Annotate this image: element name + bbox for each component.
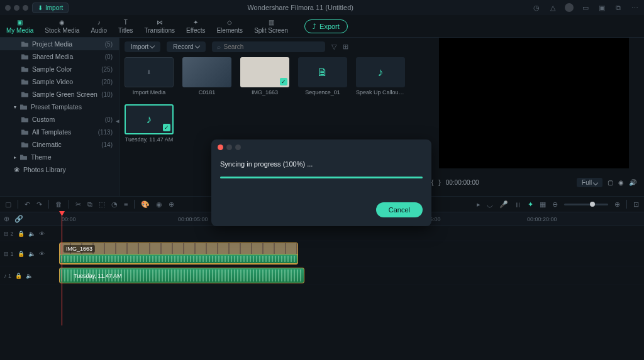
sidebar-item[interactable]: All Templates(113) (0, 126, 119, 138)
search-input[interactable] (224, 43, 320, 50)
sidebar-label: Project Media (32, 40, 72, 48)
sidebar-item[interactable]: Cinematic(14) (0, 138, 119, 151)
camera-icon: ◉ (57, 18, 67, 26)
sidebar-item[interactable]: ▸ Theme (0, 151, 119, 163)
screenshot-icon[interactable]: ▣ (597, 3, 606, 12)
monitor-icon[interactable]: ▢ (608, 179, 613, 186)
main-tabbar: ▣My Media ◉Stock Media ♪Audio TTitles ⋈T… (0, 15, 644, 38)
clip-label: Tuesday, 11.47 AM (74, 273, 122, 279)
audio-clip[interactable]: Tuesday, 11.47 AM (59, 268, 304, 283)
speed-icon[interactable]: ◔ (111, 200, 118, 209)
media-thumb[interactable]: ♪Speak Up Callout_01 (356, 57, 405, 95)
sidebar-item[interactable]: Sample Video(20) (0, 75, 119, 88)
mic-icon[interactable]: 🎤 (499, 200, 508, 209)
audio-icon: ♪ (94, 18, 104, 26)
link-icon[interactable]: 🔗 (14, 215, 23, 223)
preview-monitor[interactable] (439, 38, 629, 168)
save-icon[interactable]: ▭ (581, 3, 590, 12)
mark-in-icon[interactable]: ◡ (487, 200, 493, 209)
check-icon: ✓ (163, 124, 170, 131)
snapshot-icon[interactable]: ◉ (618, 179, 624, 186)
mute-icon[interactable]: 🔈 (26, 273, 33, 279)
chevron-right-icon: ▸ (14, 155, 16, 160)
playhead[interactable] (62, 212, 62, 325)
tab-audio[interactable]: ♪Audio (91, 18, 107, 34)
more-icon[interactable]: ⊕ (169, 200, 174, 209)
add-track-icon[interactable]: ▢ (5, 200, 11, 209)
copy-icon[interactable]: ⧉ (614, 3, 623, 12)
snap-icon[interactable]: ▦ (540, 200, 546, 209)
export-button[interactable]: ⤴ Export (304, 19, 348, 33)
lock-icon[interactable]: 🔒 (18, 231, 25, 237)
cloud-icon[interactable]: △ (548, 3, 557, 12)
tab-titles[interactable]: TTitles (118, 18, 133, 34)
tab-stock-media[interactable]: ◉Stock Media (45, 18, 79, 34)
sidebar-item[interactable]: Custom(0) (0, 113, 119, 126)
import-dropdown[interactable]: Import (125, 41, 160, 52)
sidebar-item[interactable]: Sample Color(25) (0, 63, 119, 75)
video-clip-audio[interactable] (59, 254, 298, 264)
dialog-message: Syncing in progress (100%) ... (220, 160, 423, 168)
color-icon[interactable]: 🎨 (141, 200, 150, 209)
sidebar-item[interactable]: Project Media(5) (0, 38, 119, 50)
lock-icon[interactable]: 🔒 (18, 251, 25, 257)
sidebar-item[interactable]: Shared Media(0) (0, 50, 119, 63)
render-icon[interactable]: ◉ (156, 200, 162, 209)
media-thumb[interactable]: ♪✓Tuesday, 11.47 AM (125, 104, 174, 143)
chevron-down-icon (194, 43, 199, 48)
avatar-icon[interactable] (565, 3, 574, 12)
record-dropdown[interactable]: Record (167, 41, 205, 52)
tab-split-screen[interactable]: ▥Split Screen (254, 18, 288, 34)
more-icon[interactable]: ⋯ (630, 3, 639, 12)
sidebar-item[interactable]: Sample Green Screen(10) (0, 88, 119, 101)
search-box[interactable]: ⌕ (212, 41, 325, 52)
sidebar-item[interactable]: ❀Photos Library (0, 163, 119, 176)
fit-icon[interactable]: ⊡ (633, 200, 639, 209)
quality-select[interactable]: Full (577, 178, 602, 187)
zoom-in-icon[interactable]: ⊕ (614, 200, 620, 209)
mute-icon[interactable]: 🔈 (28, 231, 35, 237)
cancel-button[interactable]: Cancel (376, 202, 423, 217)
progress-bar (220, 177, 423, 178)
undo-icon[interactable]: ↶ (25, 200, 30, 209)
gauge-icon[interactable]: ◷ (532, 3, 541, 12)
window-controls[interactable] (5, 5, 28, 11)
media-thumb[interactable]: C0181 (182, 57, 231, 95)
filter-icon[interactable]: ▽ (331, 43, 336, 51)
import-icon: ⬇ (147, 69, 152, 75)
grid-view-icon[interactable]: ⊞ (343, 43, 348, 51)
sidebar-item[interactable]: ▾ Preset Templates (0, 101, 119, 113)
adjust-icon[interactable]: ≡ (124, 200, 128, 208)
zoom-out-icon[interactable]: ⊖ (552, 200, 558, 209)
volume-icon[interactable]: 🔊 (629, 179, 636, 186)
redo-icon[interactable]: ↷ (36, 200, 42, 209)
dialog-window-controls[interactable] (211, 139, 431, 155)
folder-icon (21, 67, 28, 72)
import-pill[interactable]: ⬇ Import (32, 3, 69, 13)
mixer-icon[interactable]: ⫼ (514, 200, 521, 208)
cut-icon[interactable]: ✂ (75, 200, 81, 209)
media-thumb[interactable]: ✓IMG_1663 (240, 57, 289, 95)
preview-panel: { } 00:00:00:00 Full ▢ ◉ 🔊 (424, 38, 644, 196)
lock-icon[interactable]: 🔒 (15, 273, 22, 279)
thumb-label: Tuesday, 11.47 AM (125, 136, 174, 143)
mute-icon[interactable]: 🔈 (28, 251, 35, 257)
play-icon[interactable]: ▸ (477, 200, 480, 209)
tab-effects[interactable]: ✦Effects (186, 18, 205, 34)
media-thumb[interactable]: 🗎Sequence_01 (298, 57, 347, 95)
sidebar-count: (113) (98, 129, 113, 136)
tab-transitions[interactable]: ⋈Transitions (145, 18, 175, 34)
split-icon[interactable]: ⧉ (87, 200, 92, 209)
zoom-slider[interactable] (564, 204, 608, 205)
marker-icon[interactable]: ✦ (528, 200, 533, 209)
sidebar-label: Theme (31, 153, 52, 161)
crop-icon[interactable]: ⬚ (99, 200, 105, 209)
media-thumb[interactable]: ⬇Import Media (125, 57, 174, 95)
tab-my-media[interactable]: ▣My Media (6, 18, 33, 34)
eye-icon[interactable]: 👁 (39, 251, 45, 257)
timeline-lock-icon[interactable]: ⊕ (4, 215, 9, 223)
eye-icon[interactable]: 👁 (39, 231, 45, 237)
delete-icon[interactable]: 🗑 (55, 200, 62, 208)
collapse-sidebar[interactable]: ◂ (116, 117, 119, 125)
tab-elements[interactable]: ◇Elements (216, 18, 243, 34)
